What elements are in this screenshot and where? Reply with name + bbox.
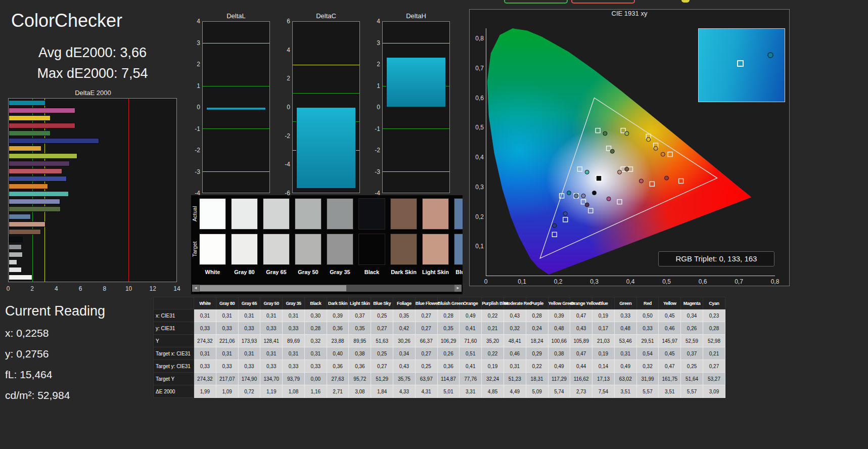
cie-measured-point <box>665 176 669 180</box>
table-cell: 0,35 <box>393 309 416 322</box>
table-cell: 89,95 <box>349 335 371 347</box>
patch-actual <box>358 198 385 230</box>
swatch-column: Blue Sky <box>454 195 463 281</box>
table-cell: 0,33 <box>238 360 260 373</box>
patch-target <box>295 234 322 265</box>
table-cell: 0,33 <box>238 322 260 335</box>
cie-x-tick-label: 0,4 <box>626 278 635 285</box>
delta-bar <box>386 57 446 107</box>
deltaL-chart-title: DeltaL <box>202 12 270 20</box>
patch-actual <box>327 198 353 230</box>
deltae-x-tick-label: 12 <box>150 285 156 292</box>
table-cell: 32,24 <box>482 373 504 385</box>
table-cell: 217,07 <box>216 373 238 385</box>
patch-label: Gray 65 <box>260 269 293 275</box>
deltae2000-chart: DeltaE 2000 02468101214 <box>6 89 180 293</box>
table-cell: 0,37 <box>681 347 703 360</box>
deltae-bar <box>9 275 32 280</box>
deltae-bar <box>9 252 23 257</box>
table-cell: 0,48 <box>614 322 636 335</box>
column-header: Yellow <box>659 297 681 309</box>
table-cell: 0,31 <box>283 347 305 360</box>
patch-actual <box>390 198 417 230</box>
table-row: Target y: CIE310,330,330,330,330,330,330… <box>154 360 725 373</box>
table-cell: 18,31 <box>526 373 548 385</box>
inset-measured-marker <box>767 52 773 58</box>
patch-actual <box>231 198 258 230</box>
deltae-bar <box>9 168 62 174</box>
y-tick-label: 4 <box>377 18 380 25</box>
cie-1931-panel: CIE 1931 xy <box>469 9 790 286</box>
swatch-column: Light Skin <box>422 195 449 281</box>
cropped-button-fragment-yellow[interactable] <box>681 0 690 3</box>
target-row-label: Target <box>192 234 199 265</box>
y-tick-label: -1 <box>375 125 380 132</box>
scroll-left-arrow-icon[interactable]: ◄ <box>192 285 199 292</box>
table-cell: 100,66 <box>548 335 570 347</box>
cie-measured-point <box>553 223 557 228</box>
table-cell: 0,49 <box>548 360 570 373</box>
deltaL-y-axis: 43210-1-2-3-4 <box>189 21 200 193</box>
table-cell: 0,27 <box>703 360 725 373</box>
table-cell: 174,90 <box>238 373 260 385</box>
table-cell: 274,32 <box>194 335 216 347</box>
column-header: Gray 35 <box>283 297 305 309</box>
table-cell: 0,25 <box>415 360 437 373</box>
cropped-button-fragment-red[interactable] <box>571 0 635 4</box>
patch-label: Black <box>355 269 388 275</box>
current-reading-section: Current Reading x: 0,2258 y: 0,2756 fL: … <box>5 303 105 410</box>
scrollbar-thumb[interactable] <box>200 285 346 291</box>
table-cell: 117,29 <box>548 373 570 385</box>
table-cell: 106,29 <box>437 335 460 347</box>
cie-x-tick-label: 0,6 <box>699 278 707 285</box>
colorchecker-analysis-screen: ColorChecker Avg dE2000: 3,66 Max dE2000… <box>0 0 868 449</box>
swatch-scrollbar[interactable]: ◄ ► <box>192 285 462 292</box>
table-cell: 0,34 <box>681 309 703 322</box>
deltae-bar <box>9 221 45 227</box>
cie-white-point-marker <box>596 175 602 181</box>
patch-target <box>358 234 385 265</box>
table-cell: 114,87 <box>437 373 460 385</box>
table-cell: 0,45 <box>659 347 681 360</box>
table-cell: 0,29 <box>526 347 548 360</box>
patch-actual <box>422 198 449 230</box>
table-cell: 116,62 <box>570 373 592 385</box>
swatch-column: Gray 65 <box>263 195 290 281</box>
cropped-button-fragment-green[interactable] <box>504 0 568 4</box>
table-cell: 7,54 <box>592 385 615 398</box>
table-cell: 63,97 <box>415 373 437 385</box>
cie-y-tick-label: 0,7 <box>475 65 484 72</box>
cie-y-tick-label: 0,6 <box>475 95 484 102</box>
table-cell: 0,28 <box>304 322 327 335</box>
deltae-bar <box>9 138 99 144</box>
swatch-column: Gray 50 <box>295 195 322 281</box>
y-tick-label: 3 <box>197 39 200 47</box>
table-cell: 89,69 <box>283 335 305 347</box>
y-tick-label: 2 <box>287 75 290 82</box>
row-label: Y <box>154 335 194 347</box>
table-corner-cell <box>154 297 194 309</box>
table-cell: 0,39 <box>327 309 349 322</box>
y-tick-label: -2 <box>375 147 380 154</box>
table-cell: 221,06 <box>216 335 238 347</box>
column-header: Magenta <box>681 297 703 309</box>
deltae-bar <box>9 130 51 136</box>
table-cell: 4,33 <box>393 385 416 398</box>
delta-bar <box>206 107 266 110</box>
table-cell: 0,43 <box>504 309 526 322</box>
table-cell: 0,31 <box>504 360 526 373</box>
current-reading-title: Current Reading <box>5 303 105 319</box>
table-cell: 0,31 <box>304 347 327 360</box>
column-header: Cyan <box>703 297 725 309</box>
threshold-line <box>383 128 449 129</box>
swatch-column: Gray 80 <box>231 195 258 281</box>
table-cell: 63,02 <box>614 373 636 385</box>
table-cell: 23,88 <box>327 335 349 347</box>
table-row: Target x: CIE310,310,310,310,310,310,310… <box>154 347 725 360</box>
table-cell: 0,33 <box>283 360 305 373</box>
deltaC-chart-title: DeltaC <box>292 12 360 20</box>
table-cell: 0,72 <box>238 385 260 398</box>
deltae-x-tick-label: 6 <box>79 285 82 292</box>
table-cell: 35,20 <box>482 335 504 347</box>
scroll-right-arrow-icon[interactable]: ► <box>454 285 462 292</box>
